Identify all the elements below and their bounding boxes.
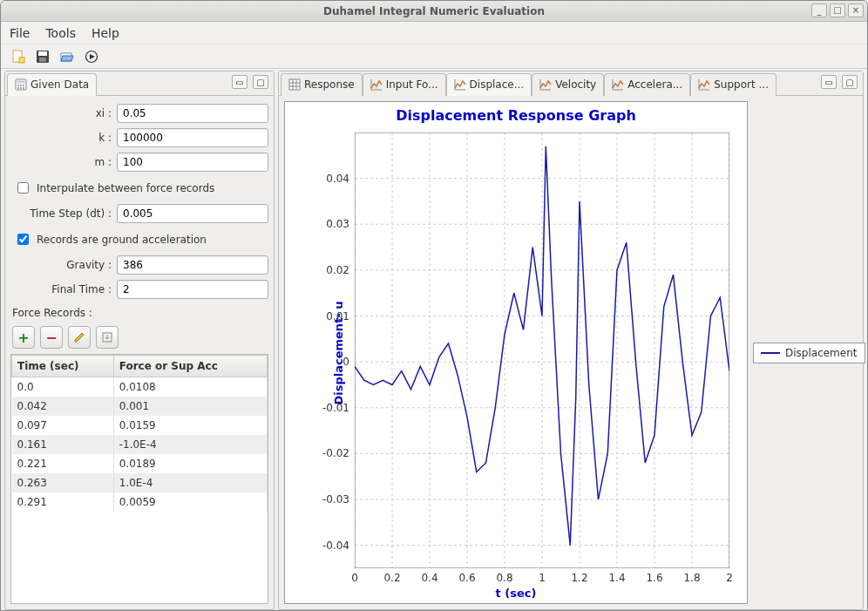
table-icon [288, 78, 301, 91]
window-title: Duhamel Integral Numeric Evaluation [323, 5, 545, 17]
table-row[interactable]: 0.161-1.0E-4 [12, 435, 268, 454]
m-label: m : [10, 156, 117, 168]
ytick-label: -0.04 [301, 540, 349, 552]
m-input[interactable] [117, 153, 268, 172]
final-time-label: Final Time : [10, 283, 117, 295]
cell-force: 0.001 [113, 397, 267, 416]
import-record-button[interactable] [96, 326, 119, 349]
table-row[interactable]: 0.0970.0159 [12, 416, 268, 435]
xtick-label: 0.8 [487, 572, 522, 584]
final-time-input[interactable] [117, 280, 268, 299]
edit-record-button[interactable] [68, 326, 91, 349]
svg-rect-4 [39, 58, 46, 62]
k-input[interactable] [117, 128, 268, 147]
calculator-icon [15, 78, 27, 91]
svg-point-9 [17, 85, 19, 86]
chart-legend: Displacement [753, 343, 865, 363]
svg-point-14 [23, 87, 24, 89]
panel-minimize-icon[interactable]: ▭ [232, 75, 248, 89]
menu-help[interactable]: Help [92, 26, 119, 40]
main-area: Given Data ▭ ▢ xi : k : m : Interpul [1, 69, 867, 611]
cell-force: 1.0E-4 [113, 473, 267, 492]
interpolate-checkbox[interactable] [17, 182, 29, 193]
svg-point-11 [23, 85, 24, 86]
new-icon[interactable] [10, 48, 27, 65]
ytick-label: -0.02 [301, 447, 349, 459]
dt-input[interactable] [117, 204, 268, 223]
tab-given-data[interactable]: Given Data [7, 73, 97, 96]
minimize-button[interactable]: _ [811, 3, 827, 17]
xtick-label: 0.2 [375, 572, 410, 584]
tab-label: Response [304, 78, 355, 91]
svg-point-12 [17, 87, 19, 89]
remove-record-button[interactable]: − [40, 326, 63, 349]
cell-force: 0.0108 [113, 377, 267, 397]
svg-rect-3 [38, 51, 47, 56]
save-icon[interactable] [34, 48, 51, 65]
panel-maximize-icon[interactable]: ▢ [253, 75, 268, 89]
xi-label: xi : [10, 107, 117, 119]
table-row[interactable]: 0.00.0108 [12, 377, 268, 397]
panel-maximize-icon[interactable]: ▢ [842, 75, 858, 89]
xtick-label: 0.4 [412, 572, 447, 584]
add-record-button[interactable]: + [12, 326, 35, 349]
xtick-label: 1.6 [637, 572, 672, 584]
table-row[interactable]: 0.2631.0E-4 [12, 473, 268, 492]
svg-point-10 [20, 85, 22, 86]
ytick-label: 0.01 [301, 310, 349, 322]
tab-label: Accelera... [627, 78, 682, 91]
xtick-label: 1.4 [600, 572, 634, 584]
tab-accelera-[interactable]: Accelera... [604, 73, 690, 96]
tab-label: Velocity [555, 78, 596, 91]
maximize-button[interactable]: □ [830, 3, 845, 17]
interpolate-label: Interpulate between force records [37, 182, 214, 194]
tab-label: Support ... [714, 78, 769, 91]
col-force[interactable]: Force or Sup Acc [113, 356, 267, 377]
xtick-label: 1.8 [675, 572, 709, 584]
tab-response[interactable]: Response [281, 73, 363, 96]
table-row[interactable]: 0.2910.0059 [12, 492, 268, 512]
cell-time: 0.161 [12, 435, 114, 454]
cell-force: -1.0E-4 [113, 435, 267, 454]
ytick-label: 0.03 [301, 218, 349, 230]
panel-minimize-icon[interactable]: ▭ [821, 75, 837, 89]
title-bar: Duhamel Integral Numeric Evaluation _ □ … [1, 1, 867, 22]
svg-rect-16 [289, 79, 300, 90]
cell-time: 0.263 [12, 473, 114, 492]
table-row[interactable]: 0.2210.0189 [12, 454, 268, 473]
menu-file[interactable]: File [10, 26, 30, 40]
table-row[interactable]: 0.0420.001 [12, 397, 268, 416]
close-button[interactable]: × [848, 3, 864, 17]
given-data-form: xi : k : m : Interpulate between force r… [5, 96, 274, 609]
chart-xlabel: t (sec) [285, 587, 747, 600]
open-icon[interactable] [58, 48, 76, 65]
displacement-plot[interactable]: Displacement Response Graph Displacement… [284, 101, 748, 604]
dt-label: Time Step (dt) : [10, 207, 117, 220]
gravity-input[interactable] [117, 255, 268, 275]
xtick-label: 1.2 [562, 572, 597, 584]
chart-icon [539, 78, 552, 91]
xi-input[interactable] [117, 104, 268, 123]
tab-support-[interactable]: Support ... [690, 73, 776, 96]
chart-icon [612, 78, 624, 91]
force-records-table[interactable]: Time (sec) Force or Sup Acc 0.00.01080.0… [10, 354, 268, 604]
run-icon[interactable] [83, 48, 100, 65]
svg-rect-1 [19, 58, 24, 63]
force-records-label: Force Records : [12, 307, 268, 319]
col-time[interactable]: Time (sec) [12, 356, 114, 377]
xtick-label: 2 [712, 572, 747, 584]
ytick-label: 0.02 [301, 264, 349, 276]
chart-icon [698, 78, 710, 91]
chart-icon [370, 78, 383, 91]
chart-icon [454, 78, 466, 91]
toolbar [1, 44, 867, 69]
ground-accel-checkbox[interactable] [17, 234, 29, 245]
tab-input-fo-[interactable]: Input Fo... [363, 73, 446, 96]
svg-point-13 [20, 87, 22, 89]
given-data-panel: Given Data ▭ ▢ xi : k : m : Interpul [4, 71, 275, 610]
legend-line-icon [761, 352, 780, 354]
xtick-label: 0.6 [450, 572, 485, 584]
menu-tools[interactable]: Tools [45, 26, 76, 40]
tab-displace-[interactable]: Displace... [446, 73, 532, 96]
tab-velocity[interactable]: Velocity [532, 73, 604, 96]
